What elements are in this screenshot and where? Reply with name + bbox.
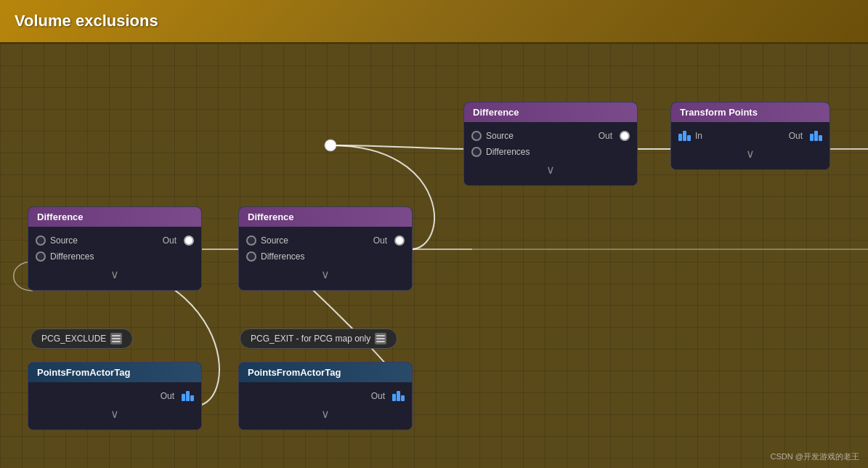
difference-left-differences-row: Differences [28,249,201,265]
difference-node-left: Difference Source Out Differences ∨ [28,206,202,291]
port-left-differences-in[interactable] [36,251,46,262]
difference-left-chevron[interactable]: ∨ [28,265,201,284]
points-mid-out-row: Out [239,388,412,404]
points-left-header: PointsFromActorTag [28,363,201,382]
points-left-chevron[interactable]: ∨ [28,404,201,424]
difference-node-mid: Difference Source Out Differences ∨ [238,206,413,291]
pcg-exclude-label: PCG_EXCLUDE [41,334,106,344]
points-node-mid: PointsFromActorTag Out ∨ [238,362,413,430]
page-header: Volume exclusions [0,0,868,44]
pcg-exit-label: PCG_EXIT - for PCG map only [251,334,370,344]
points-left-body: Out ∨ [28,382,201,429]
transform-points-node: Transform Points In Out [670,102,830,170]
difference-mid-body: Source Out Differences ∨ [239,227,412,290]
port-mid-source-in[interactable] [246,235,256,246]
difference-left-header: Difference [28,207,201,227]
points-mid-header: PointsFromActorTag [239,363,412,382]
difference-top-source-row: Source Out [464,128,637,144]
tag-icon-exclude [110,333,122,344]
difference-left-source-row: Source Out [28,233,201,249]
points-mid-chevron[interactable]: ∨ [239,404,412,424]
transform-header: Transform Points [671,102,830,122]
port-source-in[interactable] [471,131,482,141]
points-mid-body: Out ∨ [239,382,412,429]
difference-node-top: Difference Source Out Differences ∨ [463,102,638,186]
cluster-points-left-icon [182,391,194,401]
port-left-source-in[interactable] [36,235,46,246]
page-title: Volume exclusions [15,12,158,31]
difference-top-differences-row: Differences [464,144,637,160]
points-left-out-row: Out [28,388,201,404]
difference-mid-chevron[interactable]: ∨ [239,265,412,284]
port-source-out[interactable] [620,131,630,141]
cluster-in-icon [678,131,691,141]
difference-mid-source-row: Source Out [239,233,412,249]
tag-icon-exit [375,333,386,344]
points-node-left: PointsFromActorTag Out ∨ [28,362,202,430]
cluster-points-mid-icon [392,391,405,401]
pcg-exclude-tag[interactable]: PCG_EXCLUDE [31,328,133,349]
difference-left-body: Source Out Differences ∨ [28,227,201,290]
transform-body: In Out ∨ [671,122,830,169]
transform-chevron[interactable]: ∨ [671,144,830,164]
transform-in-out-row: In Out [671,128,830,144]
watermark: CSDN @开发游戏的老王 [771,451,859,462]
svg-point-0 [325,140,336,151]
difference-mid-header: Difference [239,207,412,227]
cluster-out-icon [810,131,822,141]
port-differences-in[interactable] [471,147,482,157]
port-mid-source-out[interactable] [394,235,405,246]
port-mid-differences-in[interactable] [246,251,256,262]
difference-top-chevron[interactable]: ∨ [464,160,637,179]
difference-mid-differences-row: Differences [239,249,412,265]
port-left-source-out[interactable] [184,235,194,246]
pcg-exit-tag[interactable]: PCG_EXIT - for PCG map only [240,328,397,349]
difference-top-body: Source Out Differences ∨ [464,122,637,185]
difference-top-header: Difference [464,102,637,122]
